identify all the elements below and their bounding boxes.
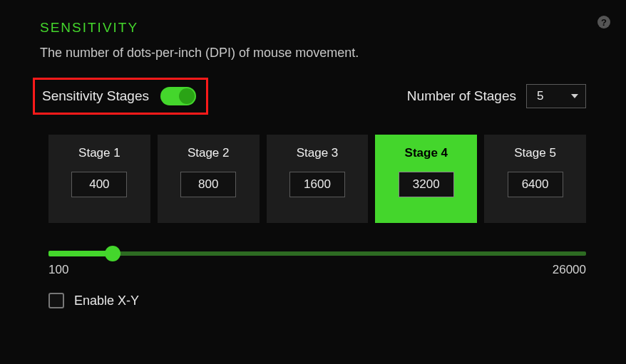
sensitivity-stages-toggle[interactable] <box>160 87 196 105</box>
number-of-stages-value: 5 <box>537 89 543 103</box>
number-of-stages-select[interactable]: 5 <box>526 84 586 108</box>
toggle-knob <box>179 88 195 104</box>
stage-1-input[interactable] <box>71 172 127 197</box>
stage-list: Stage 1 Stage 2 Stage 3 Stage 4 Stage 5 <box>40 135 586 223</box>
slider-range-labels: 100 26000 <box>40 263 586 277</box>
enable-xy-label: Enable X-Y <box>74 293 139 308</box>
stage-label: Stage 3 <box>297 146 339 160</box>
stage-1[interactable]: Stage 1 <box>48 135 150 223</box>
slider-track <box>48 251 586 256</box>
number-of-stages-label: Number of Stages <box>407 88 516 104</box>
stage-4-input[interactable] <box>399 172 454 197</box>
number-of-stages-group: Number of Stages 5 <box>407 84 586 108</box>
sensitivity-panel: ? SENSITIVITY The number of dots-per-inc… <box>0 0 626 323</box>
stage-2-input[interactable] <box>180 172 236 197</box>
enable-xy-checkbox[interactable] <box>48 293 64 308</box>
sensitivity-stages-group: Sensitivity Stages <box>33 78 208 115</box>
stage-5-input[interactable] <box>508 172 563 197</box>
slider-min-label: 100 <box>48 263 68 277</box>
stages-controls-row: Sensitivity Stages Number of Stages 5 <box>40 78 586 115</box>
stage-label: Stage 2 <box>188 146 230 160</box>
stage-label: Stage 1 <box>78 146 120 160</box>
stage-3-input[interactable] <box>289 172 345 197</box>
slider-fill <box>48 251 113 256</box>
slider-thumb[interactable] <box>105 246 120 261</box>
dpi-slider[interactable] <box>40 251 586 256</box>
stage-4[interactable]: Stage 4 <box>375 135 477 223</box>
help-icon[interactable]: ? <box>597 16 610 28</box>
stage-5[interactable]: Stage 5 <box>484 135 586 223</box>
sensitivity-stages-label: Sensitivity Stages <box>42 88 149 104</box>
stage-3[interactable]: Stage 3 <box>267 135 369 223</box>
chevron-down-icon <box>571 94 578 98</box>
stage-2[interactable]: Stage 2 <box>158 135 260 223</box>
enable-xy-group: Enable X-Y <box>40 293 586 308</box>
stage-label: Stage 5 <box>514 146 556 160</box>
slider-max-label: 26000 <box>553 263 586 277</box>
section-description: The number of dots-per-inch (DPI) of mou… <box>40 46 586 61</box>
section-title: SENSITIVITY <box>40 20 586 36</box>
stage-label: Stage 4 <box>405 146 448 160</box>
